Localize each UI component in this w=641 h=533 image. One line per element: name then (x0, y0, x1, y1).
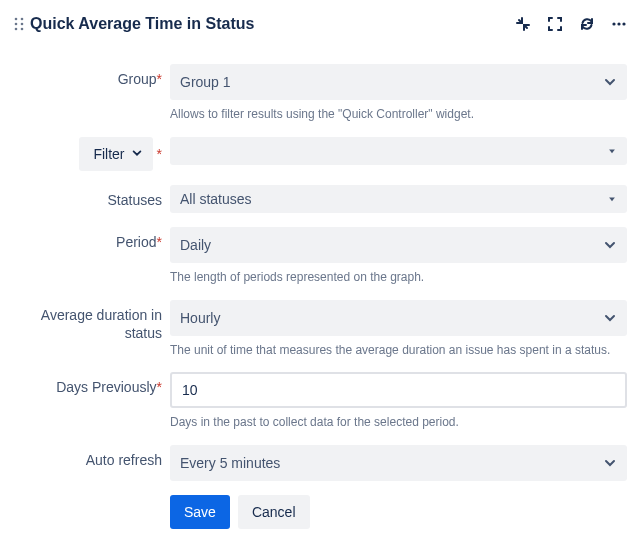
filter-required: * (157, 145, 162, 163)
period-select[interactable]: Daily (170, 227, 627, 263)
svg-point-1 (21, 18, 24, 21)
group-select[interactable]: Group 1 (170, 64, 627, 100)
cancel-button[interactable]: Cancel (238, 495, 310, 529)
period-label: Period* (14, 227, 170, 251)
svg-point-7 (617, 22, 620, 25)
chevron-down-icon (607, 146, 617, 156)
svg-point-0 (15, 18, 18, 21)
statuses-label: Statuses (14, 185, 170, 209)
group-value: Group 1 (180, 74, 231, 90)
filter-dropdown-button[interactable]: Filter (79, 137, 152, 171)
avg-duration-helper: The unit of time that measures the avera… (170, 342, 627, 359)
group-helper: Allows to filter results using the "Quic… (170, 106, 627, 123)
svg-point-6 (612, 22, 615, 25)
auto-refresh-select[interactable]: Every 5 minutes (170, 445, 627, 481)
drag-handle-icon[interactable] (14, 17, 24, 31)
chevron-down-icon (603, 456, 617, 470)
auto-refresh-label: Auto refresh (14, 445, 170, 469)
statuses-select[interactable]: All statuses (170, 185, 627, 213)
collapse-icon[interactable] (515, 16, 531, 32)
group-label: Group* (14, 64, 170, 88)
widget-title: Quick Average Time in Status (30, 15, 254, 33)
statuses-value: All statuses (180, 191, 252, 207)
chevron-down-icon (603, 238, 617, 252)
avg-duration-value: Hourly (180, 310, 220, 326)
avg-duration-select[interactable]: Hourly (170, 300, 627, 336)
save-button[interactable]: Save (170, 495, 230, 529)
days-prev-input[interactable] (170, 372, 627, 408)
period-value: Daily (180, 237, 211, 253)
filter-select[interactable] (170, 137, 627, 165)
chevron-down-icon (603, 75, 617, 89)
period-helper: The length of periods represented on the… (170, 269, 627, 286)
avg-duration-label: Average duration in status (14, 300, 170, 342)
svg-point-4 (15, 28, 18, 31)
svg-point-3 (21, 23, 24, 26)
svg-point-2 (15, 23, 18, 26)
more-icon[interactable] (611, 16, 627, 32)
fullscreen-icon[interactable] (547, 16, 563, 32)
auto-refresh-value: Every 5 minutes (180, 455, 280, 471)
svg-point-5 (21, 28, 24, 31)
refresh-icon[interactable] (579, 16, 595, 32)
filter-label-text: Filter (93, 145, 124, 163)
chevron-down-icon (607, 194, 617, 204)
chevron-down-icon (603, 311, 617, 325)
svg-point-8 (622, 22, 625, 25)
days-prev-label: Days Previously* (14, 372, 170, 396)
days-prev-helper: Days in the past to collect data for the… (170, 414, 627, 431)
chevron-down-icon (131, 145, 143, 163)
